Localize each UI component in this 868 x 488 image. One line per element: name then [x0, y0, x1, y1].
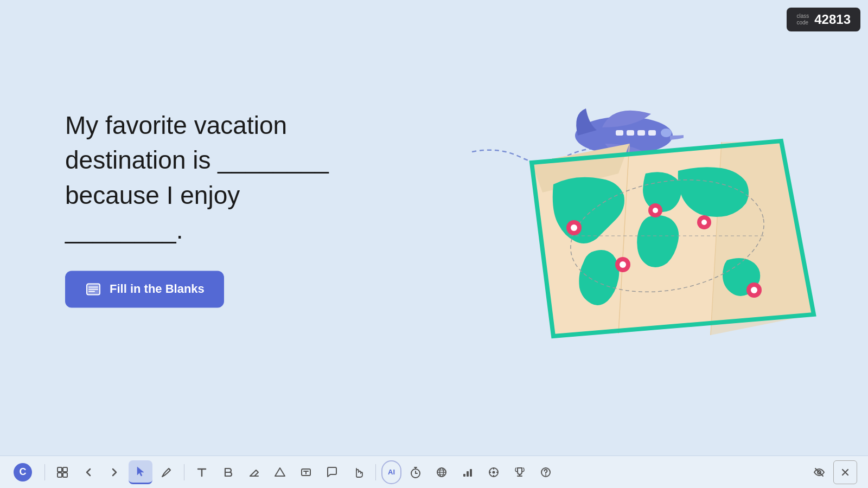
- back-button[interactable]: [76, 460, 100, 484]
- textbox-tool-button[interactable]: [294, 460, 318, 484]
- svg-point-17: [620, 261, 626, 268]
- svg-marker-29: [275, 468, 285, 476]
- shape-tool-button[interactable]: [268, 460, 292, 484]
- forward-button[interactable]: [103, 460, 126, 484]
- wheel-tool-button[interactable]: [482, 460, 506, 484]
- ai-tool-button[interactable]: AI: [381, 460, 401, 484]
- text-tool-button[interactable]: [190, 460, 214, 484]
- timer-tool-button[interactable]: [404, 460, 427, 484]
- text-bold-button[interactable]: [216, 460, 240, 484]
- trophy-tool-button[interactable]: [508, 460, 532, 484]
- draw-tool-button[interactable]: [155, 460, 178, 484]
- question-text: My favorite vacation destination is ____…: [65, 108, 347, 248]
- map-illustration: [521, 130, 825, 347]
- svg-point-50: [545, 474, 546, 475]
- separator-3: [375, 464, 376, 480]
- select-tool-button[interactable]: [129, 460, 152, 484]
- svg-point-19: [701, 220, 707, 225]
- svg-rect-26: [58, 473, 62, 477]
- chart-tool-button[interactable]: [456, 460, 480, 484]
- toolbar-right: [807, 460, 857, 484]
- svg-point-42: [493, 471, 495, 473]
- ai-label: AI: [388, 468, 395, 476]
- eye-tool-button[interactable]: [807, 460, 831, 484]
- illustration-area: [445, 27, 825, 352]
- svg-point-21: [751, 287, 757, 293]
- exit-button[interactable]: [833, 460, 857, 484]
- eraser-tool-button[interactable]: [242, 460, 266, 484]
- svg-rect-24: [58, 467, 62, 472]
- globe-tool-button[interactable]: [430, 460, 454, 484]
- svg-rect-40: [470, 469, 472, 477]
- fill-in-blanks-button[interactable]: Fill in the Blanks: [65, 271, 224, 307]
- svg-rect-38: [463, 474, 465, 477]
- gesture-tool-button[interactable]: [346, 460, 370, 484]
- main-content: My favorite vacation destination is ____…: [0, 0, 868, 455]
- fill-icon: [85, 280, 102, 298]
- classkit-logo[interactable]: C: [11, 460, 35, 484]
- svg-point-15: [653, 208, 658, 213]
- svg-rect-27: [63, 473, 67, 477]
- separator-1: [44, 464, 45, 480]
- separator-2: [184, 464, 184, 480]
- svg-text:C: C: [20, 466, 27, 477]
- grid-view-button[interactable]: [50, 460, 74, 484]
- chat-tool-button[interactable]: [320, 460, 344, 484]
- svg-rect-39: [467, 471, 469, 477]
- text-section: My favorite vacation destination is ____…: [65, 108, 347, 307]
- help-button[interactable]: [534, 460, 558, 484]
- svg-rect-25: [63, 467, 67, 472]
- toolbar: C: [0, 455, 868, 488]
- svg-point-13: [571, 224, 577, 231]
